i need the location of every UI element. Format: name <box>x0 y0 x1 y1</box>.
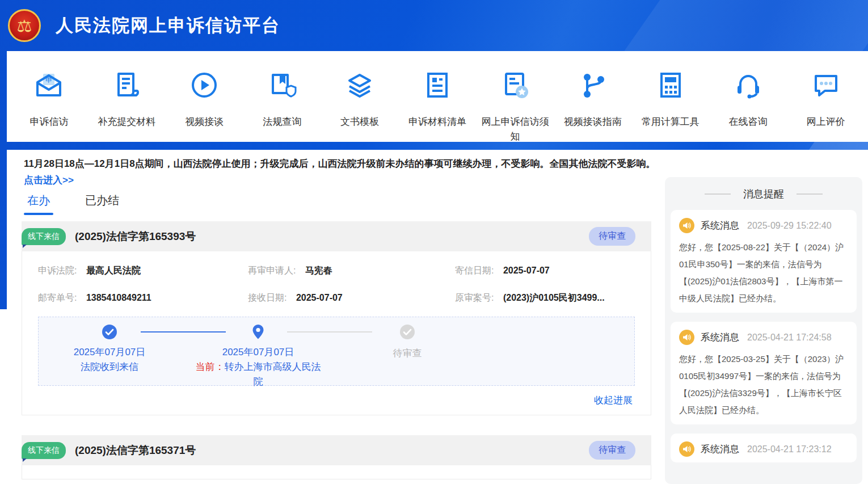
message-item[interactable]: 系统消息 2025-04-21 17:24:58 您好，您【2025-03-25… <box>671 322 857 424</box>
notice-text: 11月28日18点—12月1日8点期间，山西法院停止使用；升级完成后，山西法院升… <box>24 158 656 169</box>
message-header: 系统消息 2025-04-21 17:23:12 <box>679 441 848 457</box>
field-original-case-number: 原审案号: (2023)沪0105民初3499... <box>455 292 635 304</box>
case-header: 线下来信 (2025)法信字第165371号 待审查 <box>22 435 651 465</box>
nav-item-online-consult[interactable]: 在线咨询 <box>709 70 787 142</box>
header: ⚖ 人民法院网上申诉信访平台 <box>0 0 868 51</box>
nav-item-video-guide[interactable]: 视频接谈指南 <box>554 70 631 142</box>
nav-label: 申诉材料清单 <box>408 115 466 129</box>
nav-label: 网上评价 <box>807 115 845 129</box>
timeline-step-pending-review: 待审查 <box>342 325 473 361</box>
nav-label: 申诉信访 <box>30 115 68 129</box>
case-list: 线下来信 (2025)法信字第165393号 待审查 申诉法院: 最高人民法院 … <box>22 221 651 479</box>
message-body: 您好，您【2025-08-22】关于【（2024）沪01民申350号】一案的来信… <box>679 239 848 307</box>
case-body <box>22 465 651 479</box>
message-panel-title: 消息提醒 <box>743 187 784 201</box>
nav-item-online-appeal-notice[interactable]: 网上申诉信访须知 <box>476 70 554 142</box>
title-dash <box>797 193 823 195</box>
case-number: (2025)法信字第165371号 <box>75 443 196 458</box>
message-panel-header: 消息提醒 <box>671 187 857 201</box>
nav-item-appeal-material-list[interactable]: 申诉材料清单 <box>399 70 477 142</box>
message-header: 系统消息 2025-09-29 15:22:40 <box>679 218 848 233</box>
nav-item-calculator-tools[interactable]: 常用计算工具 <box>631 70 709 142</box>
timeline-step-received: 2025年07月07日 法院收到来信 <box>44 325 175 374</box>
offline-letter-badge: 线下来信 <box>22 228 66 245</box>
court-emblem-icon: ⚖ <box>8 9 41 42</box>
nav-label: 在线咨询 <box>729 115 768 129</box>
message-time: 2025-04-21 17:23:12 <box>747 444 832 454</box>
nav-label: 法规查询 <box>263 115 301 129</box>
play-circle-icon <box>189 70 219 100</box>
message-type: 系统消息 <box>701 219 739 232</box>
nav-label: 视频接谈指南 <box>564 115 622 129</box>
nav-label: 文书模板 <box>340 115 379 129</box>
branch-icon <box>578 70 608 100</box>
current-step-label: 当前：转办上海市高级人民法院 <box>193 360 323 389</box>
status-badge: 待审查 <box>589 441 635 460</box>
field-appeal-court: 申诉法院: 最高人民法院 <box>38 265 248 277</box>
message-type: 系统消息 <box>701 331 739 344</box>
status-badge: 待审查 <box>589 227 635 246</box>
check-circle-gray-icon <box>342 325 473 339</box>
check-circle-icon <box>44 325 175 339</box>
message-time: 2025-04-21 17:24:58 <box>747 333 832 343</box>
collapse-progress: 收起进展 <box>38 394 635 407</box>
field-mail-date: 寄信日期: 2025-07-07 <box>455 265 635 277</box>
speaker-icon <box>679 330 694 345</box>
document-star-icon <box>500 70 530 100</box>
collapse-progress-link[interactable]: 收起进展 <box>594 395 633 406</box>
nav-item-law-search[interactable]: 法规查询 <box>243 70 321 142</box>
case-card: 线下来信 (2025)法信字第165371号 待审查 <box>22 435 651 479</box>
offline-letter-badge: 线下来信 <box>22 442 66 459</box>
page: ⚖ 人民法院网上申诉信访平台 申 申诉信访 补充提交材料 视频接谈 法规 <box>0 0 868 484</box>
speaker-icon <box>679 218 694 233</box>
message-type: 系统消息 <box>701 443 739 456</box>
notice-enter-link[interactable]: 点击进入>> <box>24 175 74 186</box>
calculator-icon <box>656 70 685 100</box>
case-tabs: 在办 已办结 <box>27 193 119 215</box>
tab-in-progress[interactable]: 在办 <box>27 193 50 215</box>
tab-completed[interactable]: 已办结 <box>85 193 119 215</box>
speaker-icon <box>679 441 694 457</box>
nav-label: 常用计算工具 <box>642 115 700 129</box>
book-shield-icon <box>267 70 297 100</box>
case-header: 线下来信 (2025)法信字第165393号 待审查 <box>22 221 651 251</box>
timeline-step-current: 2025年07月07日 当前：转办上海市高级人民法院 <box>193 325 323 389</box>
system-notice: 11月28日18点—12月1日8点期间，山西法院停止使用；升级完成后，山西法院升… <box>24 155 658 188</box>
field-retrial-applicant: 再审申请人: 马宪春 <box>248 265 455 277</box>
nav-label: 网上申诉信访须知 <box>481 115 550 144</box>
nav-item-online-review[interactable]: 网上评价 <box>787 70 865 142</box>
nav-item-appeal-letter[interactable]: 申 申诉信访 <box>10 70 88 142</box>
nav-label: 补充提交材料 <box>98 115 155 129</box>
page-title: 人民法院网上申诉信访平台 <box>56 14 280 37</box>
case-number: (2025)法信字第165393号 <box>75 229 196 244</box>
mail-icon: 申 <box>34 70 64 100</box>
progress-timeline: 2025年07月07日 法院收到来信 2025年07月07日 当前：转办上海市高… <box>38 317 635 386</box>
chat-bubble-icon <box>811 70 841 100</box>
headset-icon <box>734 70 763 100</box>
case-fields: 申诉法院: 最高人民法院 再审申请人: 马宪春 寄信日期: 2025-07-07 <box>38 265 635 304</box>
case-card: 线下来信 (2025)法信字第165393号 待审查 申诉法院: 最高人民法院 … <box>22 221 651 415</box>
nav-item-video-interview[interactable]: 视频接谈 <box>166 70 243 142</box>
field-receive-date: 接收日期: 2025-07-07 <box>248 292 455 304</box>
title-dash <box>705 193 731 195</box>
message-time: 2025-09-29 15:22:40 <box>747 221 832 231</box>
message-header: 系统消息 2025-04-21 17:24:58 <box>679 330 848 345</box>
nav-item-document-templates[interactable]: 文书模板 <box>321 70 399 142</box>
message-item[interactable]: 系统消息 2025-04-21 17:23:12 <box>671 434 857 462</box>
field-tracking-number: 邮寄单号: 1385410849211 <box>38 292 248 304</box>
main-panel: 11月28日18点—12月1日8点期间，山西法院停止使用；升级完成后，山西法院升… <box>7 150 868 484</box>
icon-navbar: 申 申诉信访 补充提交材料 视频接谈 法规查询 文书模板 <box>7 51 868 142</box>
message-panel: 消息提醒 系统消息 2025-09-29 15:22:40 您好，您【2025-… <box>665 177 862 484</box>
location-pin-icon <box>193 325 323 339</box>
message-item[interactable]: 系统消息 2025-09-29 15:22:40 您好，您【2025-08-22… <box>671 210 857 313</box>
nav-label: 视频接谈 <box>185 115 224 129</box>
nav-item-supplement-materials[interactable]: 补充提交材料 <box>88 70 166 142</box>
case-body: 申诉法院: 最高人民法院 再审申请人: 马宪春 寄信日期: 2025-07-07 <box>22 251 651 415</box>
message-body: 您好，您【2025-03-25】关于【（2023）沪0105民初34997号】一… <box>679 351 848 419</box>
layers-icon <box>345 70 374 100</box>
document-scroll-icon <box>112 70 141 100</box>
document-list-icon <box>423 70 452 100</box>
